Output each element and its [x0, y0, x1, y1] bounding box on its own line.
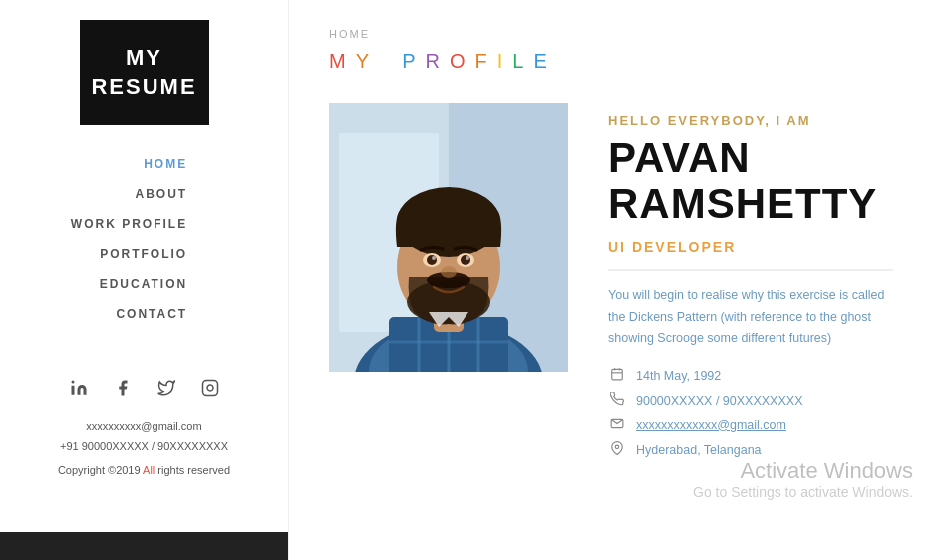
role-title: UI DEVELOPER	[608, 239, 893, 271]
nav-link[interactable]: EDUCATION	[100, 277, 187, 291]
detail-item-0: 14th May, 1992	[608, 367, 893, 384]
facebook-icon[interactable]	[109, 374, 137, 402]
nav-item-work-profile[interactable]: WORK PROFILE	[71, 214, 187, 232]
detail-text-2: xxxxxxxxxxxxx@gmail.com	[636, 419, 786, 432]
detail-text-1: 90000XXXXX / 90XXXXXXXX	[636, 394, 802, 408]
nav-link[interactable]: CONTACT	[116, 307, 187, 321]
photo-placeholder	[329, 103, 568, 372]
page-title: MY PROFILE	[329, 50, 893, 73]
email-icon	[608, 417, 626, 433]
sidebar-bottom-bar	[0, 532, 288, 560]
social-icons	[65, 374, 224, 402]
nav-item-contact[interactable]: CONTACT	[71, 304, 187, 322]
profile-row: HELLO EVERYBODY, I AM PAVAN RAMSHETTY UI…	[329, 103, 893, 466]
title-letter-3: P	[402, 50, 421, 73]
twitter-icon[interactable]	[153, 374, 180, 402]
svg-point-24	[441, 266, 457, 278]
detail-item-1: 90000XXXXX / 90XXXXXXXX	[608, 392, 893, 409]
detail-text-0: 14th May, 1992	[636, 369, 721, 383]
detail-list: 14th May, 199290000XXXXX / 90XXXXXXXXxxx…	[608, 367, 893, 458]
svg-point-22	[432, 256, 436, 260]
nav-link[interactable]: PORTFOLIO	[100, 247, 187, 261]
logo-text: MY RESUME	[91, 44, 196, 101]
title-letter-2	[379, 50, 402, 73]
nav-link[interactable]: ABOUT	[135, 187, 187, 201]
linkedin-icon[interactable]	[65, 374, 93, 402]
sidebar-phone: +91 90000XXXXX / 90XXXXXXXX	[58, 437, 230, 457]
title-letter-9: E	[533, 50, 552, 73]
location-icon	[608, 441, 626, 458]
svg-rect-25	[612, 369, 623, 380]
svg-rect-1	[202, 381, 217, 396]
nav-item-portfolio[interactable]: PORTFOLIO	[71, 244, 187, 262]
title-letter-6: F	[475, 50, 493, 73]
phone-icon	[608, 392, 626, 409]
copyright: Copyright ©2019 All rights reserved	[58, 461, 230, 481]
title-letter-8: L	[512, 50, 529, 73]
hello-text: HELLO EVERYBODY, I AM	[608, 113, 893, 128]
bio-text: You will begin to realise why this exerc…	[608, 285, 893, 349]
nav-item-home[interactable]: HOME	[71, 154, 187, 172]
detail-item-2: xxxxxxxxxxxxx@gmail.com	[608, 417, 893, 433]
logo: MY RESUME	[80, 20, 209, 125]
calendar-icon	[608, 367, 626, 384]
profile-photo	[329, 103, 568, 372]
instagram-icon[interactable]	[196, 374, 224, 402]
main-content: HOME MY PROFILE	[289, 0, 933, 560]
person-name: PAVAN RAMSHETTY	[608, 136, 893, 227]
nav-item-about[interactable]: ABOUT	[71, 184, 187, 202]
title-letter-4: R	[425, 50, 445, 73]
svg-point-0	[71, 381, 74, 384]
sidebar-contact: xxxxxxxxxx@gmail.com +91 90000XXXXX / 90…	[58, 418, 230, 480]
title-letter-0: M	[329, 50, 352, 73]
svg-point-20	[427, 255, 437, 265]
title-letter-7: I	[497, 50, 509, 73]
svg-point-21	[461, 255, 470, 265]
nav-menu: HOMEABOUTWORK PROFILEPORTFOLIOEDUCATIONC…	[71, 154, 217, 334]
title-letter-5: O	[450, 50, 471, 73]
breadcrumb: HOME	[329, 28, 893, 40]
detail-text-3: Hyderabad, Telangana	[636, 443, 762, 457]
profile-info: HELLO EVERYBODY, I AM PAVAN RAMSHETTY UI…	[608, 103, 893, 466]
nav-item-education[interactable]: EDUCATION	[71, 274, 187, 292]
nav-link[interactable]: HOME	[144, 157, 187, 171]
title-letter-1: Y	[356, 50, 375, 73]
svg-point-23	[466, 256, 469, 260]
svg-point-29	[615, 445, 619, 449]
sidebar-email: xxxxxxxxxx@gmail.com	[58, 418, 230, 437]
sidebar: MY RESUME HOMEABOUTWORK PROFILEPORTFOLIO…	[0, 0, 289, 560]
nav-link[interactable]: WORK PROFILE	[71, 217, 187, 231]
detail-item-3: Hyderabad, Telangana	[608, 441, 893, 458]
